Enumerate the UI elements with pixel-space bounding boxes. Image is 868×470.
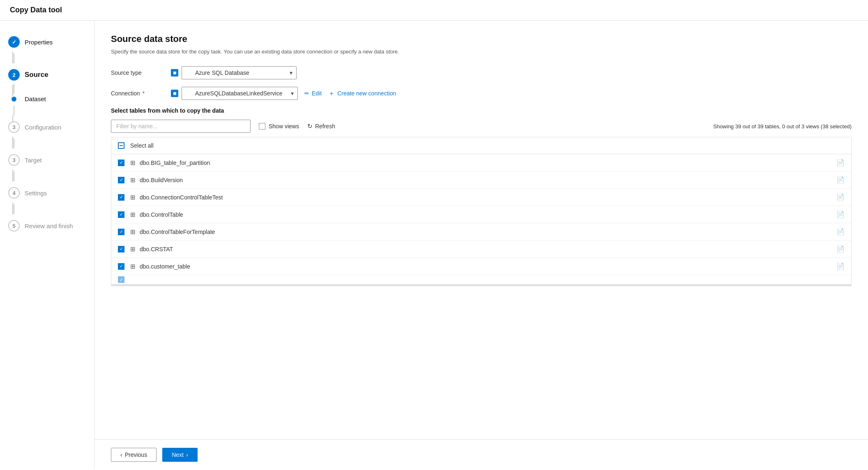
connection-actions: ✏ Edit ＋ Create new connection xyxy=(304,88,396,100)
table-grid-icon-0: ⊞ xyxy=(130,159,136,167)
table-row: ✓ ⊞ dbo.ControlTableForTemplate 📄 xyxy=(111,223,851,241)
row-name-4: dbo.ControlTableForTemplate xyxy=(140,229,836,235)
row-action-icon-3[interactable]: 📄 xyxy=(836,211,845,218)
check-icon-5: ✓ xyxy=(120,247,123,251)
app-title: Copy Data tool xyxy=(0,0,868,21)
sidebar-item-settings[interactable]: 4 Settings xyxy=(0,181,94,204)
check-icon-1: ✓ xyxy=(120,178,123,182)
row-action-icon-5[interactable]: 📄 xyxy=(836,245,845,253)
scroll-bar xyxy=(111,285,852,286)
sidebar-item-source[interactable]: 2 Source xyxy=(0,63,94,84)
row-action-icon-2[interactable]: 📄 xyxy=(836,193,845,201)
row-checkbox-2[interactable]: ✓ xyxy=(118,194,124,201)
step-connector-5 xyxy=(14,171,14,181)
step-label-settings: Settings xyxy=(25,190,47,197)
connection-label: Connection * xyxy=(111,90,164,97)
row-checkbox-1[interactable]: ✓ xyxy=(118,177,124,183)
source-type-select[interactable]: Azure SQL Database xyxy=(182,66,297,79)
step-label-dataset: Dataset xyxy=(25,95,46,102)
page-title: Source data store xyxy=(111,34,852,44)
step-connector-1 xyxy=(14,53,14,63)
next-button[interactable]: Next › xyxy=(162,448,197,462)
check-icon-2: ✓ xyxy=(120,195,123,199)
edit-button[interactable]: ✏ Edit xyxy=(304,88,322,98)
table-grid-icon-4: ⊞ xyxy=(130,228,136,236)
source-type-row: Source type ▣ Azure SQL Database ▾ xyxy=(111,66,852,79)
table-grid-icon-1: ⊞ xyxy=(130,176,136,184)
check-icon-0: ✓ xyxy=(120,160,123,165)
check-icon-6: ✓ xyxy=(120,264,123,269)
table-grid-icon-5: ⊞ xyxy=(130,245,136,253)
sidebar-item-target[interactable]: 3 Target xyxy=(0,148,94,171)
sidebar-item-review[interactable]: 5 Review and finish xyxy=(0,214,94,237)
previous-button[interactable]: ‹ Previous xyxy=(111,448,157,462)
step-label-source: Source xyxy=(25,71,48,79)
step-circle-source: 2 xyxy=(8,69,20,81)
show-views-checkbox-label[interactable]: Show views xyxy=(259,123,299,130)
check-icon-3: ✓ xyxy=(120,212,123,217)
table-row: ✓ ⊞ dbo.ControlTable 📄 xyxy=(111,206,851,223)
filter-input[interactable] xyxy=(111,120,251,133)
table-grid-icon-6: ⊞ xyxy=(130,263,136,270)
row-name-3: dbo.ControlTable xyxy=(140,211,836,218)
step-label-configuration: Configuration xyxy=(25,124,61,131)
content-area: Source data store Specify the source dat… xyxy=(94,21,868,469)
tables-container: Select all ✓ ⊞ dbo.BIG_table_for_partiti… xyxy=(111,137,852,285)
create-new-connection-button[interactable]: ＋ Create new connection xyxy=(328,88,396,100)
step-circle-review: 5 xyxy=(8,220,20,232)
row-checkbox-4[interactable]: ✓ xyxy=(118,229,124,235)
table-row-partial: ✓ xyxy=(111,275,851,284)
step-connector-2 xyxy=(14,84,14,94)
azure-sql-icon: ▣ xyxy=(171,69,178,76)
table-row: ✓ ⊞ dbo.BuildVersion 📄 xyxy=(111,171,851,189)
row-name-1: dbo.BuildVersion xyxy=(140,177,836,183)
required-star: * xyxy=(141,90,145,97)
row-name-2: dbo.ConnectionControlTableTest xyxy=(140,194,836,201)
select-all-checkbox[interactable] xyxy=(118,142,124,149)
plus-icon: ＋ xyxy=(328,89,335,98)
sidebar-item-configuration[interactable]: 3 Configuration xyxy=(0,116,94,139)
refresh-button[interactable]: ↻ Refresh xyxy=(307,123,335,130)
row-name-0: dbo.BIG_table_for_partition xyxy=(140,160,836,166)
select-all-row[interactable]: Select all xyxy=(111,137,851,154)
step-label-target: Target xyxy=(25,157,42,164)
row-action-icon-4[interactable]: 📄 xyxy=(836,228,845,236)
status-text: Showing 39 out of 39 tables, 0 out of 3 … xyxy=(713,123,852,130)
sidebar-item-properties[interactable]: ✓ Properties xyxy=(0,30,94,53)
source-type-label: Source type xyxy=(111,69,164,76)
page-description: Specify the source data store for the co… xyxy=(111,49,852,55)
table-row: ✓ ⊞ dbo.CRSTAT 📄 xyxy=(111,241,851,258)
step-label-properties: Properties xyxy=(25,39,53,46)
row-checkbox-3[interactable]: ✓ xyxy=(118,211,124,218)
select-tables-label: Select tables from which to copy the dat… xyxy=(111,107,852,114)
refresh-icon: ↻ xyxy=(307,123,313,130)
minus-icon xyxy=(120,145,123,146)
step-connector-3 xyxy=(14,106,14,116)
table-grid-icon-2: ⊞ xyxy=(130,194,136,201)
table-controls: Show views ↻ Refresh Showing 39 out of 3… xyxy=(111,120,852,133)
row-name-6: dbo.customer_table xyxy=(140,263,836,270)
row-checkbox-0[interactable]: ✓ xyxy=(118,160,124,166)
table-row: ✓ ⊞ dbo.customer_table 📄 xyxy=(111,258,851,275)
sidebar: ✓ Properties 2 Source Dataset 3 Configur… xyxy=(0,21,94,469)
edit-pencil-icon: ✏ xyxy=(304,90,309,97)
connection-azure-icon: ▣ xyxy=(171,90,178,97)
row-checkbox-6[interactable]: ✓ xyxy=(118,263,124,270)
row-checkbox-partial: ✓ xyxy=(118,276,124,283)
show-views-text: Show views xyxy=(269,123,299,130)
row-checkbox-5[interactable]: ✓ xyxy=(118,246,124,252)
connection-select[interactable]: AzureSQLDatabaseLinkedService xyxy=(182,87,298,100)
sidebar-item-dataset[interactable]: Dataset xyxy=(0,94,94,106)
select-all-label: Select all xyxy=(130,142,154,149)
step-circle-configuration: 3 xyxy=(8,121,20,133)
row-action-icon-1[interactable]: 📄 xyxy=(836,176,845,184)
row-action-icon-0[interactable]: 📄 xyxy=(836,159,845,167)
bottom-navigation-bar: ‹ Previous Next › xyxy=(94,439,868,469)
source-type-select-wrapper: ▣ Azure SQL Database ▾ xyxy=(171,66,297,79)
show-views-checkbox[interactable] xyxy=(259,123,265,130)
row-action-icon-6[interactable]: 📄 xyxy=(836,262,845,270)
step-circle-target: 3 xyxy=(8,154,20,166)
table-row: ✓ ⊞ dbo.BIG_table_for_partition 📄 xyxy=(111,154,851,171)
step-circle-settings: 4 xyxy=(8,187,20,199)
connection-row: Connection * ▣ AzureSQLDatabaseLinkedSer… xyxy=(111,87,852,100)
